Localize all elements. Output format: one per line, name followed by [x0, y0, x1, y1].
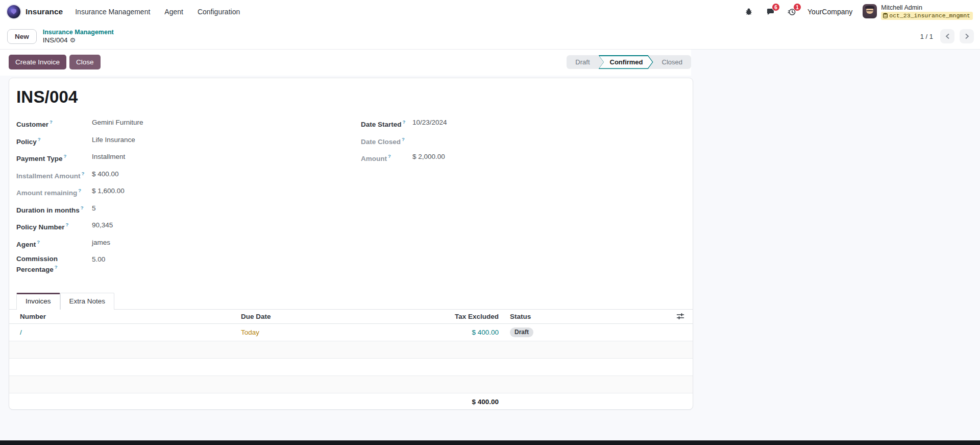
empty-row: [9, 341, 693, 359]
field-amount: Amount? $ 2,000.00: [361, 152, 647, 163]
empty-row: [9, 376, 693, 393]
chevron-left-icon: [945, 33, 950, 39]
field-payment-type-value[interactable]: Installment: [92, 152, 125, 163]
bottom-bar: [0, 440, 980, 445]
tab-invoices[interactable]: Invoices: [16, 293, 60, 310]
menu-agent[interactable]: Agent: [164, 8, 183, 16]
header-number[interactable]: Number: [9, 313, 237, 320]
menu-configuration[interactable]: Configuration: [198, 8, 240, 16]
control-panel: New Insurance Management INS/004 ⚙ 1 / 1: [0, 24, 980, 50]
table-header-row: Number Due Date Tax Excluded Status: [9, 310, 693, 324]
create-invoice-button[interactable]: Create Invoice: [9, 55, 66, 69]
database-badge: oct_23_insurance_mngmnt: [881, 12, 973, 20]
field-commission-percentage-value[interactable]: 5.00: [92, 255, 105, 274]
field-amount-value: $ 2,000.00: [412, 152, 445, 163]
help-icon: ?: [64, 153, 67, 159]
record-title: INS/004: [16, 87, 685, 107]
field-policy-number: Policy Number? 90,345: [16, 221, 302, 231]
breadcrumb-parent-link[interactable]: Insurance Management: [43, 29, 114, 36]
field-commission-percentage: Commission Percentage? 5.00: [16, 255, 302, 274]
messages-badge: 6: [772, 3, 780, 11]
invoice-number-link[interactable]: /: [9, 329, 237, 336]
user-name: Mitchell Admin: [881, 4, 973, 11]
field-duration-value[interactable]: 5: [92, 204, 96, 215]
field-installment-amount-value: $ 400.00: [92, 170, 119, 180]
help-icon: ?: [78, 188, 81, 193]
header-due-date[interactable]: Due Date: [237, 313, 385, 320]
status-step-draft[interactable]: Draft: [567, 55, 598, 69]
action-bar: Create Invoice Close Draft Confirmed Clo…: [0, 50, 691, 76]
field-policy: Policy? Life Insurance: [16, 135, 302, 146]
pager-counter: 1 / 1: [920, 33, 933, 40]
activities-clock-icon[interactable]: 1: [786, 6, 797, 17]
field-customer: Customer? Gemini Furniture: [16, 118, 302, 129]
field-payment-type: Payment Type? Installment: [16, 152, 302, 163]
tab-extra-notes[interactable]: Extra Notes: [60, 293, 115, 310]
help-icon: ?: [66, 222, 69, 227]
new-button[interactable]: New: [7, 29, 37, 44]
field-installment-amount: Installment Amount? $ 400.00: [16, 170, 302, 180]
help-icon: ?: [50, 119, 53, 125]
close-button[interactable]: Close: [69, 55, 101, 69]
help-icon: ?: [38, 136, 41, 142]
invoice-due-date[interactable]: Today: [237, 329, 385, 336]
status-step-closed[interactable]: Closed: [653, 55, 691, 69]
invoice-row[interactable]: / Today $ 400.00 Draft: [9, 324, 693, 341]
field-date-closed: Date Closed?: [361, 135, 647, 146]
main-menu: Insurance Management Agent Configuration: [75, 8, 240, 16]
company-switcher[interactable]: YourCompany: [807, 8, 852, 16]
statusbar: Draft Confirmed Closed: [567, 55, 691, 69]
field-date-started-value[interactable]: 10/23/2024: [412, 118, 447, 129]
header-tax-excluded[interactable]: Tax Excluded: [385, 313, 506, 320]
breadcrumb-current: INS/004: [43, 36, 68, 44]
app-name[interactable]: Insurance: [26, 7, 63, 16]
field-date-started: Date Started? 10/23/2024: [361, 118, 647, 129]
field-amount-remaining-value: $ 1,600.00: [92, 186, 125, 197]
table-total-row: $ 400.00: [9, 393, 693, 410]
invoice-tax-excluded[interactable]: $ 400.00: [385, 329, 506, 336]
field-agent-value[interactable]: james: [92, 238, 110, 249]
debug-bug-icon[interactable]: [743, 6, 754, 17]
activities-badge: 1: [793, 3, 801, 11]
field-duration: Duration in months? 5: [16, 204, 302, 215]
invoice-status-badge: Draft: [510, 327, 533, 337]
breadcrumb: Insurance Management INS/004 ⚙: [43, 29, 114, 44]
field-amount-remaining: Amount remaining? $ 1,600.00: [16, 186, 302, 197]
actions-gear-icon[interactable]: ⚙: [70, 36, 76, 44]
chevron-right-icon: [965, 33, 969, 39]
form-sheet: INS/004 Customer? Gemini Furniture Polic…: [9, 78, 693, 410]
help-icon: ?: [403, 119, 406, 125]
status-step-confirmed-active[interactable]: Confirmed: [599, 55, 653, 69]
top-navbar: Insurance Insurance Management Agent Con…: [0, 0, 980, 24]
field-policy-value[interactable]: Life Insurance: [92, 135, 135, 146]
help-icon: ?: [82, 171, 85, 176]
messages-icon[interactable]: 6: [765, 6, 776, 17]
help-icon: ?: [81, 205, 84, 210]
field-agent: Agent? james: [16, 238, 302, 249]
empty-row: [9, 359, 693, 376]
menu-insurance-management[interactable]: Insurance Management: [75, 8, 150, 16]
database-icon: [883, 13, 888, 18]
field-policy-number-value[interactable]: 90,345: [92, 221, 113, 231]
invoices-table: Number Due Date Tax Excluded Status / To…: [9, 310, 693, 410]
database-name: oct_23_insurance_mngmnt: [889, 12, 970, 19]
help-icon: ?: [402, 136, 405, 142]
header-status[interactable]: Status: [506, 313, 603, 320]
pager-next-button[interactable]: [960, 29, 974, 43]
pager-previous-button[interactable]: [940, 29, 954, 43]
help-icon: ?: [37, 239, 40, 245]
tab-bar: Invoices Extra Notes: [9, 293, 693, 310]
field-customer-value[interactable]: Gemini Furniture: [92, 118, 143, 129]
help-icon: ?: [388, 153, 391, 159]
user-menu[interactable]: Mitchell Admin oct_23_insurance_mngmnt: [863, 4, 973, 20]
notebook: Invoices Extra Notes Number Due Date Tax…: [9, 293, 693, 410]
optional-columns-icon[interactable]: [676, 313, 684, 320]
form-view: Create Invoice Close Draft Confirmed Clo…: [0, 50, 980, 440]
insurance-app-icon[interactable]: [6, 4, 21, 19]
user-avatar: [863, 4, 877, 18]
total-tax-excluded: $ 400.00: [385, 398, 506, 406]
help-icon: ?: [55, 264, 58, 270]
